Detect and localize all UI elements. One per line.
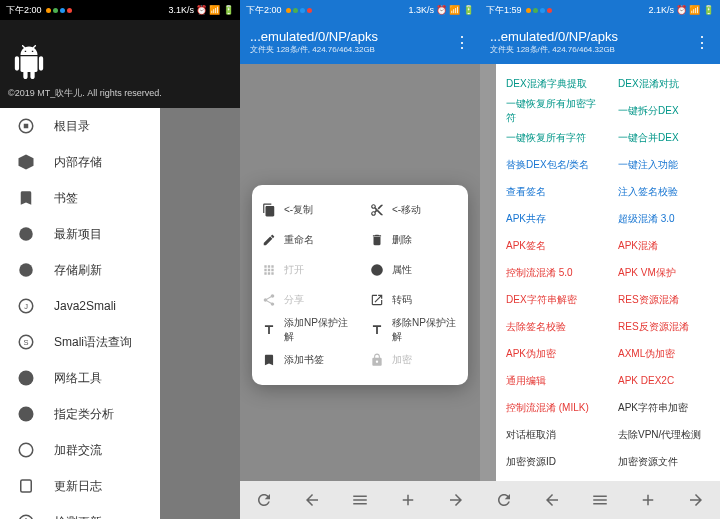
action-item[interactable]: RES反资源混淆 — [608, 313, 720, 340]
drawer-item-label: 书签 — [54, 190, 78, 207]
menu-icon[interactable] — [351, 491, 369, 509]
net-speed: 2.1K/s — [648, 5, 674, 15]
svg-point-9 — [19, 407, 34, 422]
action-label: 一键拆分DEX — [618, 104, 679, 118]
drawer-item-label: Smali语法查询 — [54, 334, 132, 351]
action-label: 去除VPN/代理检测 — [618, 428, 701, 442]
context-menu-item[interactable]: 分享 — [252, 285, 360, 315]
context-menu-item[interactable]: 删除 — [360, 225, 468, 255]
action-item[interactable]: RES资源混淆 — [608, 286, 720, 313]
drawer-item-label: 最新项目 — [54, 226, 102, 243]
action-label: 去除签名校验 — [506, 320, 566, 334]
action-item[interactable]: 一键恢复所有加密字符 — [496, 97, 608, 124]
action-label: APK签名 — [506, 239, 546, 253]
screen-drawer: 下午2:00 3.1K/s⏰ 📶 🔋 ©2019 MT_吹牛儿. All rig… — [0, 0, 240, 519]
action-item[interactable]: 控制流混淆 (MILK) — [496, 394, 608, 421]
drawer-item-label: 指定类分析 — [54, 406, 114, 423]
action-item[interactable]: APK DEX2C — [608, 367, 720, 394]
context-menu-item[interactable]: 添加NP保护注解 — [252, 315, 360, 345]
context-menu-item[interactable]: 加密 — [360, 345, 468, 375]
action-item[interactable]: 去除签名校验 — [496, 313, 608, 340]
drawer-item-label: 根目录 — [54, 118, 90, 135]
action-item[interactable]: APK VM保护 — [608, 259, 720, 286]
action-item[interactable]: 一键拆分DEX — [608, 97, 720, 124]
drawer-item-label: 内部存储 — [54, 154, 102, 171]
action-item[interactable]: APK伪加密 — [496, 340, 608, 367]
context-menu-item[interactable]: 转码 — [360, 285, 468, 315]
context-menu-item[interactable]: 属性 — [360, 255, 468, 285]
drawer-item-icon — [16, 224, 36, 244]
refresh-icon[interactable] — [495, 491, 513, 509]
action-item[interactable]: 去除VPN/代理检测 — [608, 421, 720, 448]
action-label: 注入签名校验 — [618, 185, 678, 199]
action-item[interactable]: 通用编辑 — [496, 367, 608, 394]
action-label: 超级混淆 3.0 — [618, 212, 675, 226]
drawer-item-icon — [16, 116, 36, 136]
action-label: APK DEX2C — [618, 375, 674, 386]
status-bar: 下午2:00 3.1K/s⏰ 📶 🔋 — [0, 0, 240, 20]
action-label: RES反资源混淆 — [618, 320, 689, 334]
action-item[interactable]: APK共存 — [496, 205, 608, 232]
breadcrumb[interactable]: ...emulated/0/NP/apks — [490, 29, 618, 44]
action-item[interactable]: 对话框取消 — [496, 421, 608, 448]
action-item[interactable]: DEX混淆字典提取 — [496, 70, 608, 97]
action-item[interactable]: AXML伪加密 — [608, 340, 720, 367]
action-item[interactable]: 加密资源ID — [496, 448, 608, 475]
overflow-menu-icon[interactable]: ⋮ — [454, 33, 470, 52]
refresh-icon[interactable] — [255, 491, 273, 509]
action-item[interactable]: 查看签名 — [496, 178, 608, 205]
action-item[interactable]: 一键恢复所有字符 — [496, 124, 608, 151]
drawer-item-icon — [16, 440, 36, 460]
menu-icon[interactable] — [591, 491, 609, 509]
action-item[interactable]: 一键合并DEX — [608, 124, 720, 151]
add-icon[interactable] — [639, 491, 657, 509]
svg-rect-11 — [21, 480, 32, 492]
drawer-item-label: 更新日志 — [54, 478, 102, 495]
action-item[interactable]: 替换DEX包名/类名 — [496, 151, 608, 178]
drawer-item-icon — [16, 188, 36, 208]
status-bar: 下午2:00 1.3K/s⏰ 📶 🔋 — [240, 0, 480, 20]
action-item[interactable]: 加密资源文件 — [608, 448, 720, 475]
action-label: 一键恢复所有字符 — [506, 131, 586, 145]
action-item[interactable]: DEX字符串解密 — [496, 286, 608, 313]
drawer-item-icon — [16, 512, 36, 519]
svg-point-2 — [19, 227, 33, 241]
add-icon[interactable] — [399, 491, 417, 509]
svg-text:S: S — [23, 338, 28, 347]
back-icon[interactable] — [303, 491, 321, 509]
drawer-item-icon — [16, 404, 36, 424]
overflow-menu-icon[interactable]: ⋮ — [694, 33, 710, 52]
action-item[interactable]: 注入签名校验 — [608, 178, 720, 205]
action-label: 对话框取消 — [506, 428, 556, 442]
status-time: 下午2:00 — [246, 4, 282, 17]
action-item[interactable]: DEX混淆对抗 — [608, 70, 720, 97]
screen-context-menu: 下午2:00 1.3K/s⏰ 📶 🔋 ...emulated/0/NP/apks… — [240, 0, 480, 519]
context-menu-item[interactable]: 移除NP保护注解 — [360, 315, 468, 345]
action-item[interactable]: 一键注入功能 — [608, 151, 720, 178]
menu-item-label: 添加NP保护注解 — [284, 316, 350, 344]
action-label: DEX混淆字典提取 — [506, 77, 587, 91]
context-menu-item[interactable]: <-移动 — [360, 195, 468, 225]
context-menu-item[interactable]: 重命名 — [252, 225, 360, 255]
drawer-item-icon — [16, 152, 36, 172]
breadcrumb[interactable]: ...emulated/0/NP/apks — [250, 29, 378, 44]
forward-icon[interactable] — [687, 491, 705, 509]
action-label: AXML伪加密 — [618, 347, 675, 361]
net-speed: 3.1K/s — [168, 5, 194, 15]
android-icon — [12, 42, 46, 82]
drawer-item-label: 存储刷新 — [54, 262, 102, 279]
action-item[interactable]: APK混淆 — [608, 232, 720, 259]
back-icon[interactable] — [543, 491, 561, 509]
context-menu-item[interactable]: <-复制 — [252, 195, 360, 225]
context-menu-item[interactable]: 打开 — [252, 255, 360, 285]
action-item[interactable]: APK字符串加密 — [608, 394, 720, 421]
action-item[interactable]: APK签名 — [496, 232, 608, 259]
svg-point-10 — [19, 443, 33, 457]
context-menu-item[interactable]: 添加书签 — [252, 345, 360, 375]
forward-icon[interactable] — [447, 491, 465, 509]
action-item[interactable]: 超级混淆 3.0 — [608, 205, 720, 232]
action-label: APK VM保护 — [618, 266, 676, 280]
drawer-item-icon: S — [16, 332, 36, 352]
path-info: 文件夹 128条/件, 424.76/464.32GB — [250, 44, 378, 55]
action-item[interactable]: 控制流混淆 5.0 — [496, 259, 608, 286]
